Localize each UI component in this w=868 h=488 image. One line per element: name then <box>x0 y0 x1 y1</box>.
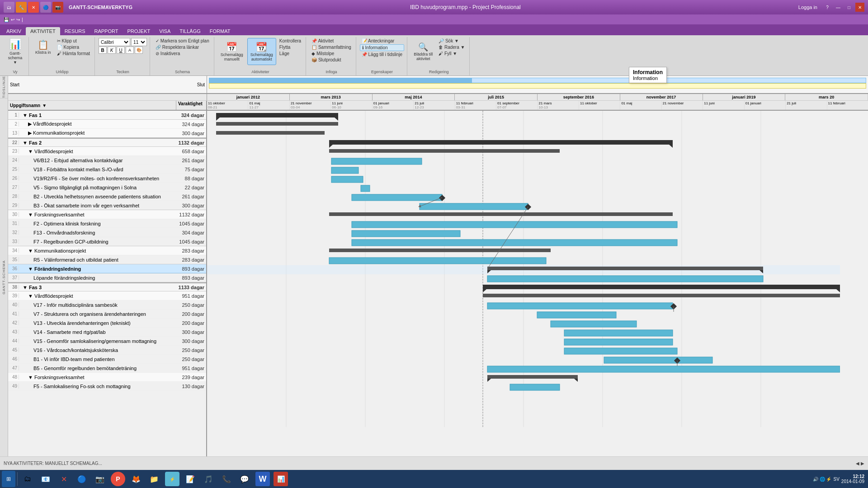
taskbar-item-4[interactable]: 🔵 <box>74 471 90 487</box>
table-row[interactable]: 31 F2 - Optimera klinisk forskning 1045 … <box>8 219 206 228</box>
markera-btn[interactable]: ✓ Markera som Enligt plan <box>154 38 211 44</box>
aktivitet-btn[interactable]: 📌 Aktivitet <box>310 38 353 44</box>
table-row[interactable]: 33 F7 - Regelbunden GCP-utbildning 1045 … <box>8 237 206 246</box>
table-row[interactable]: 24 V6/B12 - Erbjud alternativa kontaktvä… <box>8 156 206 165</box>
table-row[interactable]: 43 V14 - Samarbete med rtg/pat/lab 300 d… <box>8 328 206 337</box>
table-row[interactable]: 29 B3 - Ökat samarbete inom vår egen ver… <box>8 201 206 210</box>
app-icon-3[interactable]: ✕ <box>28 2 39 13</box>
inaktivera-btn[interactable]: ⊘ Inaktivera <box>154 51 211 56</box>
schema-automatiskt-btn[interactable]: 📆 Schemaläggautomatiskt <box>247 38 276 65</box>
maximize-btn[interactable]: □ <box>844 3 854 12</box>
taskbar-item-1[interactable]: 🗂 <box>19 471 36 487</box>
text-color-btn[interactable]: A <box>126 47 134 54</box>
taskbar-item-w[interactable]: W <box>255 471 271 487</box>
table-row[interactable]: 2 ▶ Vårdflödesprojekt 324 dagar <box>8 120 206 129</box>
sok-btn[interactable]: 🔎 Sök ▼ <box>437 38 467 44</box>
radera-btn[interactable]: 🗑 Radera ▼ <box>437 44 467 50</box>
sammanfattning-btn[interactable]: 📋 Sammanfattning <box>310 44 353 50</box>
hamta-format-btn[interactable]: 🖌Hämta format <box>55 51 92 56</box>
bg-color-btn[interactable]: 🎨 <box>135 47 143 54</box>
anteckningar-btn[interactable]: 📝 Anteckningar <box>360 38 404 44</box>
table-row[interactable]: 35 R5 - Välinformerad och utbildat patie… <box>8 255 206 264</box>
font-size-select[interactable]: 11 <box>131 38 147 46</box>
app-icon-5[interactable]: 📷 <box>52 2 63 13</box>
save-icon[interactable]: 💾 <box>4 17 9 22</box>
table-row[interactable]: 1 ▼ Fas 1 324 dagar <box>8 111 206 120</box>
taskbar-item-2[interactable]: 📧 <box>38 471 54 487</box>
table-row[interactable]: 28 B2 - Utveckla helhetssynen avseende p… <box>8 192 206 201</box>
respektera-btn[interactable]: 🔗 Respektera länkar <box>154 44 211 50</box>
table-row[interactable]: 42 V13 - Utveckla ärendehanteringen (tek… <box>8 319 206 328</box>
table-row[interactable]: 39 ▼ Vårdflödesprojekt 951 dagar <box>8 291 206 300</box>
app-icon-2[interactable]: 🔧 <box>16 2 27 13</box>
taskbar-item-ppt[interactable]: 📊 <box>273 471 289 487</box>
tab-visa[interactable]: VISA <box>155 27 175 35</box>
tab-aktivitet[interactable]: AKTIVITET <box>26 27 60 35</box>
table-row[interactable]: 47 B5 - Genomför regelbunden bemötandetr… <box>8 364 206 373</box>
minimize-btn[interactable]: ? <box>823 3 832 12</box>
font-select[interactable]: Calibri <box>99 38 130 46</box>
gantt-chart[interactable] <box>207 111 868 456</box>
tab-rapport[interactable]: RAPPORT <box>90 27 123 35</box>
tab-resurs[interactable]: RESURS <box>60 27 90 35</box>
start-button[interactable]: ⊞ <box>2 471 15 487</box>
restore-btn[interactable]: — <box>834 3 843 12</box>
taskbar-item-13[interactable]: 💬 <box>236 471 253 487</box>
table-row[interactable]: 38 ▼ Fas 3 1133 dagar <box>8 282 206 291</box>
kopiera-btn[interactable]: 📄Kopiera <box>55 44 92 50</box>
tab-arkiv[interactable]: ARKIV <box>2 27 26 35</box>
undo-icon[interactable]: ↩ <box>11 17 14 22</box>
table-row[interactable]: 26 V19/R2/F6 - Se över mötes- och konfer… <box>8 174 206 183</box>
table-row[interactable]: 37 Löpande förändringsledning 893 dagar <box>8 273 206 282</box>
table-row[interactable]: 23 ▼ Vårdflödesprojekt 658 dagar <box>8 147 206 156</box>
information-btn[interactable]: ℹ Information <box>360 44 404 51</box>
taskbar-item-5[interactable]: 📷 <box>92 471 108 487</box>
milstolpe-btn[interactable]: ◆ Milstolpe <box>310 51 353 56</box>
kontrollera-btn[interactable]: Kontrollera <box>278 38 303 44</box>
close-btn[interactable]: ✕ <box>855 3 864 12</box>
login-label[interactable]: Logga in <box>798 5 817 10</box>
table-row[interactable]: 49 F5 - Samlokalisering Fo-ssk och motta… <box>8 382 206 391</box>
table-row[interactable]: 41 V7 - Strukturera och organisera ärend… <box>8 310 206 319</box>
slutprodukt-btn[interactable]: 📦 Slutprodukt <box>310 57 353 63</box>
taskbar-item-8[interactable]: 📁 <box>146 471 162 487</box>
lage-btn[interactable]: Läge <box>278 51 303 56</box>
table-row[interactable]: 25 V18 - Förbättra kontakt mellan S-/O-v… <box>8 165 206 174</box>
taskbar-item-7[interactable]: 🦊 <box>128 471 144 487</box>
taskbar-item-3[interactable]: ✕ <box>56 471 72 487</box>
table-row[interactable]: 32 F13 - Omvårdnadsforskning 304 dagar <box>8 228 206 237</box>
klipp-ut-btn[interactable]: ✂Klipp ut <box>55 38 92 44</box>
tab-projekt[interactable]: PROJEKT <box>123 27 155 35</box>
bold-btn[interactable]: B <box>99 47 107 54</box>
italic-btn[interactable]: K <box>108 47 116 54</box>
taskbar-item-12[interactable]: 📞 <box>218 471 235 487</box>
table-row[interactable]: 22 ▼ Fas 2 1132 dagar <box>8 138 206 147</box>
app-icon-1[interactable]: 🗂 <box>4 2 14 13</box>
schema-manuellt-btn[interactable]: 📅 Schemaläggmanuellt <box>218 38 246 65</box>
table-row[interactable]: 34 ▼ Kommunikationsprojekt 283 dagar <box>8 246 206 255</box>
taskbar-item-6[interactable]: P <box>110 471 126 487</box>
underline-btn[interactable]: U <box>117 47 125 54</box>
gantt-schema-btn[interactable]: 📊 Gantt-schema▼ <box>5 38 25 65</box>
taskbar-item-11[interactable]: 🎵 <box>200 471 217 487</box>
redo-icon[interactable]: ↪ <box>16 17 20 22</box>
lagg-till-btn[interactable]: 📌 Lägg till i tidslinje <box>360 52 404 57</box>
table-row[interactable]: 27 V5 - Sigmo tillgängligt på mottagning… <box>8 183 206 192</box>
table-row[interactable]: 46 B1 - Vi inför IBD-team med patienten … <box>8 355 206 364</box>
app-icon-4[interactable]: 🔵 <box>40 2 51 13</box>
sort-icon[interactable]: ▼ <box>42 103 47 108</box>
table-row[interactable]: 40 V17 - Inför multidisciplinära sambesö… <box>8 300 206 310</box>
table-row[interactable]: 45 V16 - Vårdcoach/kontaktsjuksköterska … <box>8 346 206 355</box>
table-row[interactable]: 13 ▶ Kommunikationsprojekt 300 dagar <box>8 129 206 138</box>
table-row[interactable]: 36 ▼ Förändringsledning 893 dagar <box>8 264 206 273</box>
table-row[interactable]: 30 ▼ Forskningsverksamhet 1132 dagar <box>8 210 206 219</box>
table-row[interactable]: 48 ▼ Forskningsverksamhet 239 dagar <box>8 373 206 382</box>
tab-tillagg[interactable]: TILLÄGG <box>175 27 205 35</box>
taskbar-item-9[interactable]: ⚡ <box>164 471 180 487</box>
flytta-btn[interactable]: Flytta <box>278 44 303 50</box>
bladra-btn[interactable]: 🔍 Bläddra tillaktivitet <box>411 38 435 65</box>
fyll-btn[interactable]: 🖌 Fyll ▼ <box>437 51 467 56</box>
taskbar-item-10[interactable]: 📝 <box>182 471 198 487</box>
table-row[interactable]: 44 V15 - Genomför samlokalisering/gemens… <box>8 337 206 346</box>
klistra-btn[interactable]: 📋 Klistra in <box>33 38 54 56</box>
